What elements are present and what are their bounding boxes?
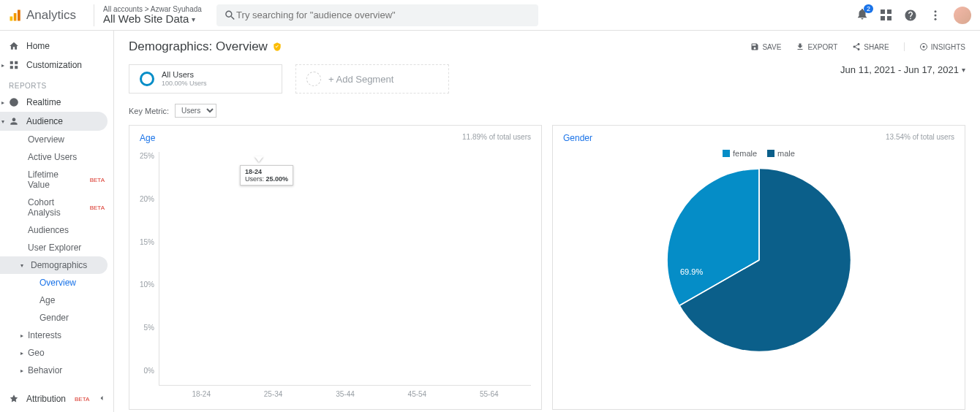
nav-home[interactable]: Home: [0, 37, 113, 56]
add-segment-button[interactable]: + Add Segment: [295, 64, 449, 94]
nav-active-users[interactable]: Active Users: [0, 148, 113, 166]
chevron-down-icon: ▾: [1, 118, 4, 125]
person-icon: [9, 116, 19, 126]
svg-point-4: [935, 14, 937, 16]
verified-icon: [272, 42, 282, 52]
notifications-button[interactable]: 2: [856, 7, 869, 23]
analytics-logo-icon: [9, 9, 22, 22]
nav-demographics[interactable]: ▾Demographics: [0, 256, 108, 274]
clock-icon: [9, 97, 19, 107]
view-name: All Web Site Data: [103, 13, 189, 26]
pie-label-female: 30.1%: [614, 209, 637, 218]
nav-lifetime-value[interactable]: Lifetime ValueBETA: [0, 166, 113, 194]
collapse-sidebar-button[interactable]: [97, 394, 106, 405]
insights-button[interactable]: INSIGHTS: [919, 42, 965, 51]
segment-sub: 100.00% Users: [162, 80, 207, 88]
chevron-right-icon: ▸: [20, 332, 23, 339]
divider: [94, 4, 94, 26]
nav-demo-age[interactable]: Age: [0, 291, 113, 309]
svg-rect-7: [15, 61, 18, 64]
content: Demographics: Overview SAVE EXPORT SHARE…: [114, 31, 980, 412]
legend-female[interactable]: female: [723, 149, 757, 158]
nav-customization[interactable]: ▸ Customization: [0, 56, 113, 75]
svg-rect-1: [14, 13, 17, 21]
segment-all-users[interactable]: All Users 100.00% Users: [129, 64, 282, 94]
search-input[interactable]: [236, 9, 531, 20]
nav-behavior[interactable]: ▸Behavior: [0, 362, 113, 379]
export-icon: [796, 42, 804, 51]
search-box[interactable]: [216, 4, 538, 26]
chevron-right-icon: ▸: [20, 350, 23, 356]
legend: female male: [563, 149, 954, 158]
y-axis: 25% 20% 15% 10% 5% 0%: [140, 152, 159, 386]
beta-badge: BETA: [90, 177, 105, 183]
logo-text: Analytics: [26, 8, 76, 23]
legend-male[interactable]: male: [767, 149, 795, 158]
chart-title-age[interactable]: Age: [140, 133, 155, 143]
svg-point-13: [922, 46, 924, 48]
chart-subtitle-gender: 13.54% of total users: [886, 133, 954, 143]
reports-label: REPORTS: [0, 75, 113, 93]
chevron-right-icon: ▸: [20, 367, 23, 374]
nav-demo-overview[interactable]: Overview: [0, 274, 113, 291]
svg-rect-9: [15, 66, 18, 69]
account-selector[interactable]: All accounts > Azwar Syuhada All Web Sit…: [103, 5, 202, 26]
logo[interactable]: Analytics: [9, 8, 85, 23]
chevron-left-icon: [97, 394, 106, 403]
svg-rect-8: [10, 66, 13, 69]
page-actions: SAVE EXPORT SHARE INSIGHTS: [750, 42, 965, 51]
chart-subtitle-age: 11.89% of total users: [462, 133, 531, 143]
caret-down-icon: ▾: [962, 66, 965, 74]
sidebar: Home ▸ Customization REPORTS ▸ Realtime …: [0, 31, 114, 412]
apps-icon[interactable]: [881, 9, 892, 21]
nav-interests[interactable]: ▸Interests: [0, 327, 113, 344]
add-circle-icon: [306, 72, 321, 86]
segment-name: All Users: [162, 70, 207, 80]
tooltip-marker-icon: [255, 156, 263, 162]
avatar[interactable]: [954, 7, 971, 24]
nav-audiences[interactable]: Audiences: [0, 221, 113, 239]
pie-label-male: 69.9%: [680, 267, 703, 276]
svg-rect-2: [18, 9, 20, 20]
notification-badge: 2: [864, 4, 873, 13]
svg-rect-6: [10, 61, 13, 64]
top-header: Analytics All accounts > Azwar Syuhada A…: [0, 0, 980, 31]
svg-rect-0: [10, 16, 13, 20]
help-icon[interactable]: [904, 9, 917, 22]
legend-swatch: [723, 150, 730, 157]
nav-demo-gender[interactable]: Gender: [0, 309, 113, 327]
chart-title-gender[interactable]: Gender: [563, 133, 592, 143]
nav-user-explorer[interactable]: User Explorer: [0, 239, 113, 256]
svg-point-5: [935, 18, 937, 20]
search-icon: [224, 9, 236, 22]
svg-point-3: [935, 10, 937, 12]
nav-audience[interactable]: ▾ Audience: [0, 112, 108, 131]
beta-badge: BETA: [75, 396, 89, 403]
page-title: Demographics: Overview: [129, 39, 282, 54]
export-button[interactable]: EXPORT: [796, 42, 837, 51]
nav-audience-overview[interactable]: Overview: [0, 131, 113, 148]
share-button[interactable]: SHARE: [852, 42, 889, 51]
segment-row: All Users 100.00% Users + Add Segment Ju…: [129, 64, 965, 94]
chevron-right-icon: ▸: [1, 62, 4, 69]
more-icon[interactable]: [929, 9, 942, 22]
save-button[interactable]: SAVE: [750, 42, 781, 51]
pie-svg: [664, 165, 854, 355]
nav-realtime[interactable]: ▸ Realtime: [0, 93, 113, 112]
nav-discover[interactable]: Discover: [0, 408, 113, 412]
insights-icon: [919, 42, 928, 51]
page-header: Demographics: Overview SAVE EXPORT SHARE…: [129, 39, 965, 54]
plot-area: 18-24 Users: 25.00% 18-24 25-34 35-44 45…: [159, 152, 531, 386]
nav-geo[interactable]: ▸Geo: [0, 344, 113, 362]
nav-attribution[interactable]: AttributionBETA: [0, 389, 113, 408]
nav-cohort[interactable]: Cohort AnalysisBETA: [0, 194, 113, 221]
date-range-picker[interactable]: Jun 11, 2021 - Jun 17, 2021 ▾: [840, 64, 965, 75]
tooltip: 18-24 Users: 25.00%: [240, 165, 293, 186]
header-actions: 2: [856, 7, 971, 24]
key-metric: Key Metric: Users: [129, 104, 965, 118]
age-chart-card: Age 11.89% of total users 25% 20% 15% 10…: [129, 125, 542, 410]
customization-icon: [9, 60, 19, 70]
key-metric-select[interactable]: Users: [175, 104, 216, 118]
key-metric-label: Key Metric:: [129, 107, 169, 115]
segment-circle-icon: [140, 72, 154, 86]
